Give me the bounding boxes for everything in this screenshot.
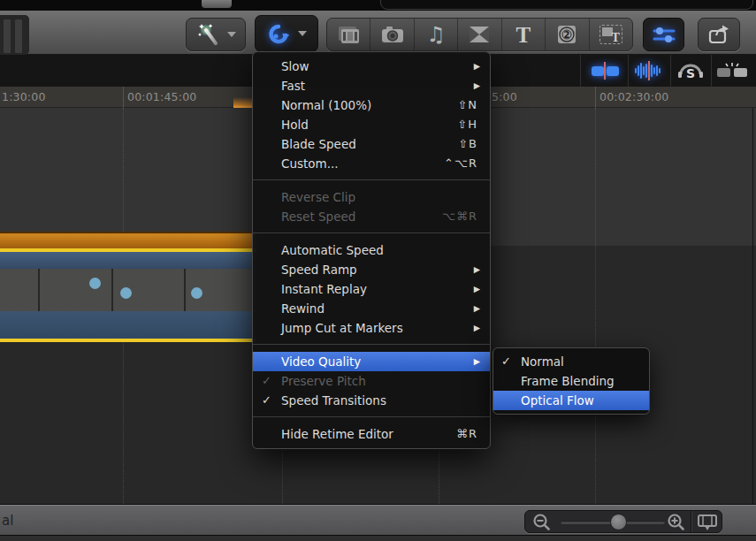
clip-segment-divider [111,269,113,311]
menu-item-automatic-speed[interactable]: Automatic Speed [253,240,490,260]
shortcut: ⌃⌥R [444,154,477,173]
submenu-arrow-icon: ▶ [474,260,480,279]
viewer-button-sliver[interactable] [202,0,232,8]
generators-browser-button[interactable]: 2 [545,19,588,50]
retime-button[interactable] [255,15,318,52]
submenu-arrow-icon: ▶ [474,57,480,76]
themes-browser-button[interactable]: T [589,19,632,50]
audio-meters[interactable] [0,15,29,55]
menu-item-jump-cut-at-markers[interactable]: Jump Cut at Markers ▶ [253,318,490,338]
zoom-in-icon[interactable] [667,513,686,532]
keyframe-dot[interactable] [191,287,202,299]
chevron-down-icon [227,32,236,37]
menu-item-instant-replay[interactable]: Instant Replay ▶ [253,279,490,299]
zoom-group-divider [691,511,691,532]
submenu-arrow-icon: ▶ [474,279,480,299]
timecode-label: 1:30:00 [2,90,46,103]
sliders-icon [652,26,676,43]
menu-item-hide-retime-editor[interactable]: Hide Retime Editor ⌘R [253,424,490,444]
shortcut: ⇧N [457,95,477,115]
theme-icon: T [599,25,622,44]
music-browser-button[interactable]: ♫ [414,19,457,50]
video-quality-submenu: ✓ Normal Frame Blending Optical Flow [493,347,650,415]
menu-item-reverse-clip: Reverse Clip [253,187,490,207]
magic-wand-icon [195,21,222,48]
selected-clip[interactable] [0,248,256,342]
clip-audio-strip [0,311,256,339]
timeline-status-bar: al [0,505,756,535]
fcpx-window: ♫ T 2 [0,0,756,541]
shortcut: ⌘R [456,424,477,444]
menu-item-hold[interactable]: Hold ⇧H [253,115,490,134]
viewer-bottom-strip [0,0,756,11]
submenu-item-optical-flow[interactable]: Optical Flow [493,391,649,410]
menu-item-preserve-pitch: ✓ Preserve Pitch [253,371,490,391]
audio-skimming-toggle-button[interactable] [630,55,668,87]
checkmark-icon: ✓ [501,352,519,371]
timecode-label: 00:02:30:00 [599,90,668,103]
transition-icon [468,25,491,44]
project-name-partial: al [2,513,13,529]
transitions-browser-button[interactable] [457,19,500,50]
enhancements-button[interactable] [186,18,246,51]
shortcut: ⇧H [457,115,477,134]
solo-headphones-icon: S [675,60,706,81]
clip-video-strip [0,252,256,269]
skimming-toggle-button[interactable] [584,55,626,87]
window-bottom-edge [0,535,756,541]
selection-border-bottom [0,339,256,342]
music-note-icon: ♫ [426,24,446,45]
zoom-out-icon[interactable] [532,513,552,532]
keyframe-dot[interactable] [120,287,132,299]
submenu-arrow-icon: ▶ [474,76,480,95]
menu-item-blade-speed[interactable]: Blade Speed ⇧B [253,134,490,154]
shortcut: ⌥⌘R [442,207,477,226]
filmstrip-icon [336,24,361,45]
media-browser-button[interactable] [327,19,370,50]
menu-item-rewind[interactable]: Rewind ▶ [253,299,490,318]
inspector-toggle-button[interactable] [643,18,684,51]
retime-bar-orange[interactable] [0,232,256,248]
audio-skimming-icon [632,61,666,80]
submenu-arrow-icon: ▶ [474,318,480,338]
menu-item-video-quality[interactable]: Video Quality ▶ [253,352,490,371]
ruler-tick [123,87,124,108]
zoom-slider-thumb[interactable] [610,514,627,530]
retime-menu: Slow ▶ Fast ▶ Normal (100%) ⇧N Hold ⇧H B… [252,51,491,449]
share-icon [707,24,730,45]
menu-item-reset-speed: Reset Speed ⌥⌘R [253,207,490,226]
clip-segment-divider [184,269,186,311]
share-button[interactable] [698,18,740,51]
menu-item-speed-transitions[interactable]: ✓ Speed Transitions [253,391,490,410]
menu-item-custom[interactable]: Custom... ⌃⌥R [253,154,490,173]
retime-icon [266,22,293,46]
menu-item-normal-100[interactable]: Normal (100%) ⇧N [253,95,490,115]
photos-browser-button[interactable] [370,19,413,50]
viewer-panel-edge [380,0,753,10]
chevron-down-icon [298,31,307,36]
timeline-right-edge [752,108,753,504]
menu-item-slow[interactable]: Slow ▶ [253,57,490,76]
menu-separator [253,416,490,417]
snapping-toggle-button[interactable] [713,55,752,87]
svg-text:S: S [686,66,695,80]
timecode-label: 00:01:45:00 [127,90,196,103]
menu-separator [253,179,490,180]
submenu-item-frame-blending[interactable]: Frame Blending [493,371,649,391]
checkmark-icon: ✓ [262,371,279,391]
titles-browser-button[interactable]: T [501,19,545,50]
keyframe-dot[interactable] [89,278,101,289]
clip-appearance-icon[interactable] [697,513,718,532]
submenu-item-normal[interactable]: ✓ Normal [493,352,649,371]
solo-button[interactable]: S [672,55,709,87]
menu-separator [253,232,490,233]
menu-item-fast[interactable]: Fast ▶ [253,76,490,95]
menu-item-speed-ramp[interactable]: Speed Ramp ▶ [253,260,490,279]
submenu-arrow-icon: ▶ [474,299,480,318]
menu-separator [253,344,490,345]
media-browser-group: ♫ T 2 [326,18,633,51]
main-toolbar: ♫ T 2 [0,11,756,55]
checkmark-icon: ✓ [262,391,279,410]
shortcut: ⇧B [458,134,477,154]
snapping-icon [715,62,749,80]
